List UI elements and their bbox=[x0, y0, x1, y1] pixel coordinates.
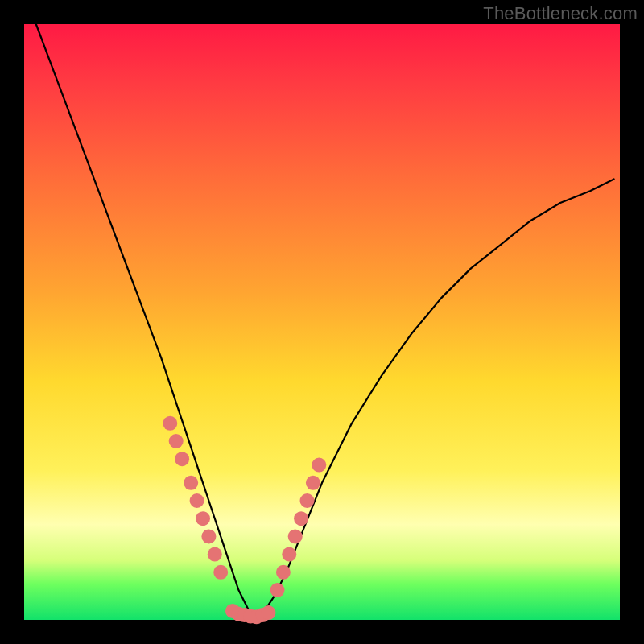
curve-markers bbox=[163, 416, 326, 625]
curve-marker bbox=[288, 529, 303, 543]
curve-marker bbox=[201, 529, 216, 543]
plot-area bbox=[24, 24, 620, 620]
curve-marker bbox=[213, 565, 228, 580]
bottleneck-curve bbox=[36, 24, 614, 620]
curve-marker bbox=[312, 458, 326, 473]
curve-marker bbox=[208, 547, 222, 562]
curve-marker bbox=[261, 605, 275, 620]
curve-marker bbox=[270, 583, 285, 597]
chart-frame: TheBottleneck.com bbox=[0, 0, 644, 644]
curve-marker bbox=[306, 476, 320, 490]
curve-marker bbox=[184, 476, 198, 490]
curve-marker bbox=[276, 565, 291, 580]
curve-marker bbox=[282, 547, 296, 562]
curve-marker bbox=[163, 416, 177, 431]
watermark-label: TheBottleneck.com bbox=[483, 3, 638, 24]
curve-marker bbox=[300, 493, 315, 508]
curve-marker bbox=[196, 511, 210, 526]
curve-marker bbox=[294, 511, 308, 526]
curve-marker bbox=[169, 434, 184, 448]
curve-marker bbox=[175, 452, 189, 466]
curve-svg bbox=[24, 24, 620, 620]
curve-marker bbox=[190, 493, 204, 508]
